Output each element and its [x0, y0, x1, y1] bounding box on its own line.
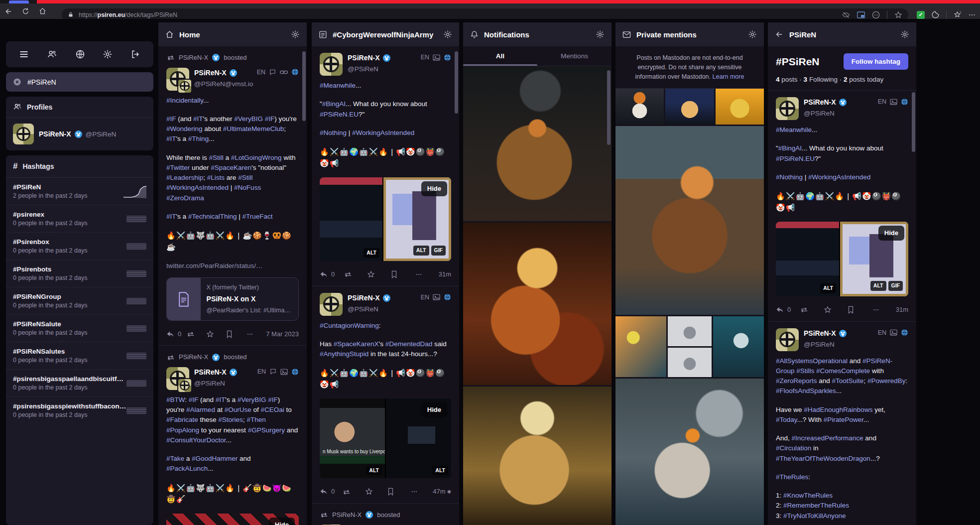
media-attachment[interactable]: ALTALTGIFHide: [320, 177, 451, 261]
hashtag-link[interactable]: #FloofsAndSparkles: [776, 387, 836, 394]
hashtag-link[interactable]: #PSiReN.EU: [320, 111, 359, 118]
hashtag-link[interactable]: #AllSystemsOperational: [776, 357, 848, 365]
link-preview-card[interactable]: X (formerly Twitter)PSiReN-X on X@PearRa…: [166, 277, 299, 321]
hashtag-link[interactable]: #SpaceKarenX: [334, 340, 379, 348]
notification-media[interactable]: [463, 387, 612, 525]
post-timestamp[interactable]: 31m: [896, 305, 908, 315]
hashtag-link[interactable]: #TechnicalThing: [188, 213, 237, 220]
bookmark-button[interactable]: [848, 306, 871, 314]
back-arrow-icon[interactable]: [775, 30, 784, 38]
hashtag-link[interactable]: #VeryBIG: [238, 396, 266, 403]
post-timestamp[interactable]: 7 Mar 2023: [266, 329, 299, 339]
hashtag-link[interactable]: #IF: [268, 396, 278, 403]
avatar[interactable]: [13, 124, 34, 144]
alt-badge[interactable]: ALT: [364, 248, 379, 258]
clear-search-icon[interactable]: [13, 78, 21, 86]
bookmark-button[interactable]: [226, 330, 246, 338]
reply-button[interactable]: 0: [320, 269, 344, 279]
avatar[interactable]: [776, 328, 799, 351]
hashtag-link[interactable]: #Stories: [218, 416, 243, 423]
media-attachment[interactable]: n Musk wants to buy Liverpool, says fath…: [320, 398, 451, 478]
hashtag-link[interactable]: #GPSurgery: [248, 426, 285, 434]
mention-media[interactable]: [668, 348, 712, 378]
sidebar-hashtag-item[interactable]: #PSiReNSalutes0 people in the past 2 day…: [6, 342, 153, 370]
display-name[interactable]: PSiReN-X: [804, 328, 847, 339]
hashtag-link[interactable]: #Today: [776, 416, 797, 423]
column-settings-icon[interactable]: [748, 30, 757, 39]
favorites-icon[interactable]: [953, 10, 962, 19]
hashtag-link[interactable]: #Circulation: [776, 444, 811, 452]
hashtag-link[interactable]: #IT: [166, 213, 176, 220]
media-image[interactable]: ALT: [320, 177, 382, 261]
favourite-button[interactable]: [367, 270, 391, 278]
menu-dots-icon[interactable]: [968, 11, 976, 19]
external-link[interactable]: twitter.com/PearRaider/status/…: [166, 261, 299, 271]
search-input[interactable]: #PSiReN: [6, 72, 153, 92]
alt-badge[interactable]: ALT: [413, 246, 429, 256]
profile-result[interactable]: PSiReN-X @PSiReN: [6, 118, 153, 150]
media-attachment[interactable]: ALTALTGIFHide: [776, 222, 908, 296]
reply-button[interactable]: 0: [320, 487, 342, 497]
hashtag-link[interactable]: #Take: [166, 455, 184, 462]
tab-all[interactable]: All: [463, 46, 537, 66]
post-author[interactable]: PSiReN-X@PSiReN: [194, 367, 237, 389]
hashtag-link[interactable]: #PopAlong: [166, 426, 199, 434]
hashtag-link[interactable]: #PiratePower: [824, 416, 863, 423]
column-settings-icon[interactable]: [291, 30, 300, 39]
hide-media-button[interactable]: Hide: [878, 226, 904, 241]
gif-badge[interactable]: GIF: [888, 281, 903, 291]
more-button[interactable]: [410, 488, 433, 495]
hashtag-link[interactable]: #BingAI: [778, 144, 802, 152]
avatar[interactable]: [166, 68, 189, 91]
alt-badge[interactable]: ALT: [820, 283, 836, 293]
mention-media[interactable]: [615, 316, 666, 377]
bookmark-star-icon[interactable]: [894, 11, 902, 19]
hashtag-link[interactable]: #Thing: [188, 135, 209, 142]
hide-media-button[interactable]: Hide: [421, 181, 447, 196]
hashtag-link[interactable]: #IF: [166, 115, 176, 123]
hashtag-link[interactable]: #Meanwhile: [776, 126, 812, 133]
hashtag-link[interactable]: #KnowTheRules: [783, 492, 833, 499]
media-image[interactable]: n Musk wants to buy Liverpool, says fath…: [320, 398, 385, 478]
avatar[interactable]: [320, 53, 343, 76]
hashtag-link[interactable]: #PoweredBy: [867, 377, 906, 385]
media-image[interactable]: ALT: [776, 222, 839, 296]
notification-media[interactable]: [463, 223, 612, 385]
column-list-header[interactable]: #CyborgWerewolfNinjaArmy: [312, 22, 459, 46]
menu-icon[interactable]: [19, 49, 29, 59]
mention-avatar[interactable]: [615, 89, 664, 125]
permissions-icon[interactable]: [872, 11, 880, 19]
hashtag-link[interactable]: #VeryBIG: [234, 115, 263, 123]
boost-button[interactable]: [186, 331, 206, 337]
favourite-button[interactable]: [824, 306, 848, 314]
sidebar-hashtag-item[interactable]: #PSiReN2 people in the past 2 days: [6, 178, 153, 205]
hashtag-link[interactable]: #ZeroReports: [776, 377, 817, 385]
sidebar-hashtag-item[interactable]: #psirensbigasspaellaandbiscuitfactory0 p…: [6, 370, 153, 397]
hashtag-link[interactable]: #ZeroDrama: [166, 194, 204, 202]
hashtag-link[interactable]: #WorkingAsIntended: [352, 129, 414, 136]
hashtag-link[interactable]: #SpaceKaren: [211, 164, 251, 171]
more-button[interactable]: [872, 306, 896, 313]
hashtag-link[interactable]: #Wondering: [166, 125, 203, 132]
post-timestamp[interactable]: 31m: [439, 269, 451, 279]
favourite-button[interactable]: [365, 488, 387, 496]
follow-hashtag-button[interactable]: Follow hashtag: [844, 53, 908, 70]
hashtag-link[interactable]: #PSiReN.EU: [776, 155, 815, 162]
bookmark-button[interactable]: [387, 488, 410, 496]
sidebar-hashtag-item[interactable]: #PSiReNSalute0 people in the past 2 days: [6, 315, 153, 342]
hashtag-link[interactable]: #Fabricate: [166, 416, 198, 423]
hashtag-link[interactable]: #Incidentally: [166, 97, 203, 104]
bookmark-button[interactable]: [391, 270, 415, 278]
mention-avatar[interactable]: [665, 89, 714, 125]
hashtag-link[interactable]: #Stills: [796, 367, 814, 375]
hashtag-link[interactable]: #TootSuite: [832, 377, 864, 385]
hashtag-link[interactable]: #AnythingStupid: [320, 350, 368, 358]
hashtag-link[interactable]: #DementedDad: [385, 340, 433, 348]
notification-media[interactable]: [463, 66, 612, 221]
hashtag-link[interactable]: #TheRules: [776, 473, 808, 481]
hashtag-link[interactable]: #TheYearOfTheWoodenDragon: [776, 455, 870, 462]
mention-media[interactable]: [668, 316, 712, 346]
post-author[interactable]: PSiReN-X@PSiReN: [348, 53, 390, 74]
favourite-button[interactable]: [206, 330, 226, 338]
hashtag-link[interactable]: #WorkingAsIntended: [808, 173, 870, 181]
